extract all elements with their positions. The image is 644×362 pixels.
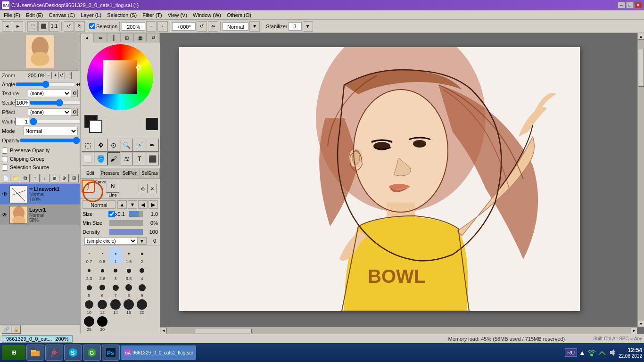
scroll-left-button[interactable]: ◄ (160, 328, 167, 334)
menu-edit[interactable]: Edit (E) (23, 11, 46, 19)
scroll-down-button[interactable]: ▼ (638, 321, 644, 327)
color-tab-extra[interactable]: ⧉ (147, 33, 160, 42)
move-up-button[interactable]: ↑ (30, 174, 40, 182)
scroll-track-h[interactable] (167, 328, 631, 334)
min-size-slider[interactable] (109, 220, 143, 226)
brush-cell-16[interactable]: 16 (122, 299, 135, 315)
eraser-tool[interactable]: ⬜ (82, 152, 94, 165)
close-button[interactable]: ✕ (635, 2, 642, 8)
menu-view[interactable]: View (V) (165, 11, 190, 19)
layer-extra-btn1[interactable]: 🔗 (2, 325, 11, 334)
tray-up-arrow[interactable]: ▲ (579, 349, 586, 356)
layer-visibility-linework1[interactable]: 👁 (1, 190, 8, 198)
line-tool[interactable]: N (106, 180, 119, 193)
taskbar-sai-window[interactable]: SAI 9661329_0_0_cats1_tlog.sai (121, 346, 196, 360)
brush-cell-2[interactable]: 2 (135, 248, 149, 264)
back-button[interactable]: ◄ (2, 21, 12, 32)
preserve-opacity-label[interactable]: Preserve Opacity (10, 148, 50, 153)
fill-tool[interactable]: 🪣 (94, 152, 107, 165)
new-folder-button[interactable]: 📁 (11, 174, 20, 182)
taskbar-app4[interactable]: G (83, 345, 101, 361)
select-tool[interactable]: ⬚ (82, 139, 94, 152)
new-layer-button[interactable]: 📄 (1, 174, 10, 182)
text-tool[interactable]: T (133, 152, 146, 165)
selection-checkbox-label[interactable]: Selection (89, 23, 117, 29)
menu-selection[interactable]: Selection (S) (104, 11, 140, 19)
brush-cell-23[interactable]: 2.3 (83, 265, 96, 281)
pen-settings-button[interactable]: ⊕ (138, 184, 148, 193)
scale-input[interactable] (15, 99, 29, 107)
brush-cell-5[interactable]: 5 (83, 282, 96, 298)
brush-cell-10[interactable]: 10 (83, 299, 96, 315)
taskbar-chrome[interactable] (45, 345, 63, 361)
size-checkbox[interactable] (108, 211, 115, 217)
color-tab-grid[interactable]: ⊞ (120, 33, 133, 42)
brush-cell-08[interactable]: 0.8 (96, 248, 109, 264)
brush-cell-4[interactable]: 4 (135, 265, 149, 281)
brush-cell-35[interactable]: 3.5 (122, 265, 135, 281)
rotate-cw-button[interactable]: ↻ (74, 21, 85, 32)
color-tab-wheel[interactable]: ● (81, 33, 94, 42)
opacity-slider[interactable] (19, 137, 80, 144)
maximize-button[interactable]: □ (626, 2, 634, 8)
pen-tool[interactable]: ✒ (146, 139, 159, 152)
color-tab-swatch[interactable]: ▦ (133, 33, 147, 42)
actual-size-button[interactable]: 1:1 (49, 21, 59, 32)
menu-others[interactable]: Others (O) (224, 11, 254, 19)
simple-circle-select[interactable]: (simple circle) (84, 237, 137, 245)
brush-shape-2[interactable]: ▼ (128, 200, 137, 209)
selection-source-label[interactable]: Selection Source (10, 165, 49, 170)
pen-tab-edit[interactable]: Edit (81, 168, 100, 178)
pen-tab-seleras[interactable]: SelEras (140, 168, 160, 178)
start-button[interactable]: ⊞ (2, 345, 25, 360)
taskbar-explorer[interactable] (26, 345, 44, 361)
curve-tool[interactable]: ∫ (82, 180, 95, 193)
angle-reset-button[interactable]: ↺ (197, 21, 207, 32)
brush-shape-1[interactable]: ▲ (117, 200, 127, 209)
color-wheel[interactable] (87, 44, 153, 110)
scroll-right-button[interactable]: ► (631, 328, 637, 334)
stabilizer-input[interactable] (289, 22, 302, 31)
mode-select[interactable]: Normal Multiply Screen Overlay (23, 127, 78, 135)
clipping-group-checkbox[interactable] (2, 156, 8, 162)
scale-slider[interactable] (29, 99, 80, 106)
taskbar-photoshop[interactable]: Ps (102, 345, 120, 361)
background-color[interactable] (89, 120, 102, 133)
angle-slider[interactable] (15, 81, 76, 88)
zoom-reset[interactable]: ↺ (58, 72, 65, 79)
fit-view-button[interactable]: ⬛ (38, 21, 49, 32)
zoom-tool[interactable]: 🔍 (120, 139, 133, 152)
brush-cell-7[interactable]: 7 (109, 282, 122, 298)
brush-cell-30[interactable]: 30 (96, 316, 109, 332)
brush-cell-3[interactable]: 3 (109, 265, 122, 281)
brush-cell-15[interactable]: 1.5 (122, 248, 135, 264)
width-slider[interactable] (29, 118, 80, 125)
brush-cell-12[interactable]: 12 (96, 299, 109, 315)
brush-cell-25[interactable]: 25 (83, 316, 96, 332)
minimize-button[interactable]: ─ (618, 2, 625, 8)
menu-file[interactable]: File (F) (1, 11, 23, 19)
texture-settings[interactable]: ⚙ (71, 90, 78, 97)
simple-circle-settings[interactable]: ▼ (137, 237, 147, 245)
zoom-plus[interactable]: + (52, 72, 58, 79)
vertical-scrollbar[interactable]: ▲ ▼ (637, 33, 644, 327)
density-slider[interactable] (109, 229, 143, 235)
zoom-in-button[interactable]: + (157, 21, 168, 32)
pen-tab-pressure[interactable]: Pressure (100, 168, 120, 178)
brush-tool[interactable]: 🖌 (107, 152, 120, 165)
stabilizer-dropdown[interactable]: ▼ (303, 21, 313, 32)
layer-item-linework1[interactable]: 👁 ✏ Linework1 Normal 100% (0, 184, 80, 205)
menu-window[interactable]: Window (W) (190, 11, 224, 19)
brush-cell-07[interactable]: 0.7 (83, 248, 96, 264)
brush-cell-6[interactable]: 6 (96, 282, 109, 298)
active-color-swatch[interactable] (146, 118, 158, 130)
move-down-button[interactable]: ↓ (40, 174, 50, 182)
selection-source-checkbox[interactable] (2, 165, 8, 171)
width-input[interactable] (15, 118, 29, 125)
canvas-container[interactable]: BOWL (179, 47, 580, 311)
file-tab[interactable]: 9661329_0_0_cat... 200% (2, 335, 73, 343)
color-square[interactable] (103, 60, 137, 94)
zoom-minus[interactable]: − (45, 72, 52, 79)
eyedrop-tool[interactable]: 💉 (133, 139, 146, 152)
brush-cell-9[interactable]: 9 (135, 282, 149, 298)
